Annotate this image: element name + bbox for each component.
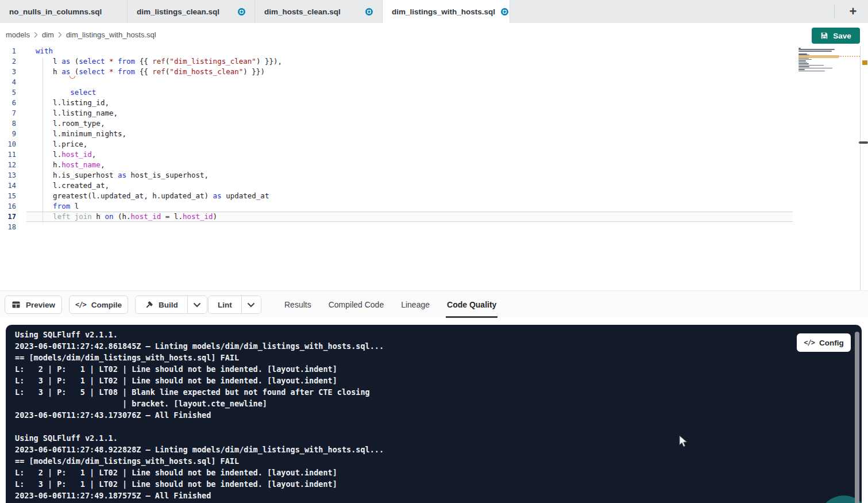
panel-tab-code-quality[interactable]: Code Quality [447,291,496,318]
minimap-line [798,68,832,69]
code-line[interactable]: 11 l.host_id, [0,149,868,160]
tab-bar-divider [834,4,835,19]
code-line[interactable]: 9 l.minimum_nights, [0,129,868,139]
line-number: 11 [0,149,26,160]
minimap-line [798,63,809,64]
panel-tabs: ResultsCompiled CodeLineageCode Quality [284,291,496,318]
minimap-highlight-extension [839,56,860,57]
line-number: 5 [0,87,26,98]
line-number: 9 [0,129,26,139]
save-button[interactable]: Save [812,28,860,44]
file-tab[interactable]: dim_listings_with_hosts.sql [383,0,510,23]
lint-button[interactable]: Lint [209,296,241,313]
unsaved-changes-icon [365,8,373,16]
file-tab-label: dim_listings_clean.sql [137,7,219,16]
code-line[interactable]: 15 greatest(l.updated_at, h.updated_at) … [0,191,868,201]
code-icon: </> [75,301,86,309]
panel-tab-compiled-code[interactable]: Compiled Code [329,291,384,318]
build-button[interactable]: Build [136,296,187,313]
save-icon [820,32,828,40]
unsaved-changes-icon [238,8,245,16]
config-button[interactable]: </> Config [797,333,851,352]
code-line[interactable]: 12 h.host_name, [0,160,868,170]
lint-warning-marker[interactable] [862,60,867,65]
code-text: h as (select * from {{ ref("dim_hosts_cl… [26,67,868,77]
minimap-line [798,62,807,63]
code-line[interactable]: 16 from l [0,201,868,212]
code-lines: 1with2 l as (select * from {{ ref("dim_l… [0,46,868,232]
lint-dropdown-button[interactable] [241,296,261,313]
code-line[interactable]: 13 h.is_superhost as host_is_superhost, [0,170,868,181]
panel-tab-lineage[interactable]: Lineage [401,291,430,318]
scroll-annotation-gutter[interactable] [860,46,868,290]
panel-tab-results[interactable]: Results [284,291,311,318]
code-line[interactable]: 1with [0,46,868,56]
code-line[interactable]: 5 select [0,87,868,98]
minimap-line [798,71,825,72]
code-line[interactable]: 2 l as (select * from {{ ref("dim_listin… [0,56,868,67]
code-line[interactable]: 17 left join h on (h.host_id = l.host_id… [0,212,868,222]
build-dropdown-button[interactable] [187,296,207,313]
minimap-line [798,66,809,67]
preview-button[interactable]: Preview [5,295,62,314]
code-line[interactable]: 18 [0,222,868,232]
hammer-icon [145,301,153,309]
editor-toolbar: Preview </> Compile Build Lint [0,290,868,318]
line-number: 4 [0,77,26,87]
terminal-log: Using SQLFluff v2.1.1.2023-06-06T11:27:4… [15,329,384,501]
breadcrumb: models dim dim_listings_with_hosts.sql [6,23,156,46]
minimap-line [798,49,835,50]
code-text [26,77,868,87]
code-text: l.room_type, [26,118,868,129]
line-number: 16 [0,201,26,212]
line-number: 8 [0,118,26,129]
chevron-right-icon [34,32,38,38]
mouse-cursor-icon [679,435,688,448]
code-editor[interactable]: 1with2 l as (select * from {{ ref("dim_l… [0,46,868,290]
code-line[interactable]: 10 l.price, [0,139,868,149]
line-number: 18 [0,222,26,232]
code-line[interactable]: 3 h as (select * from {{ ref("dim_hosts_… [0,67,868,77]
new-tab-button[interactable]: + [845,3,861,20]
code-text: l as (select * from {{ ref("dim_listings… [26,56,868,67]
line-number: 1 [0,46,26,56]
terminal-scrollbar[interactable] [855,332,859,503]
minimap[interactable] [798,48,838,74]
code-text: l.host_id, [26,149,868,160]
chevron-down-icon [193,302,201,308]
line-number: 17 [0,212,26,222]
code-text [26,222,868,232]
line-number: 6 [0,98,26,108]
build-split-button: Build [135,295,207,314]
minimap-line [798,60,806,62]
code-text: left join h on (h.host_id = l.host_id) [26,212,793,222]
file-tab[interactable]: dim_hosts_clean.sql [255,0,383,23]
save-button-label: Save [833,32,851,40]
code-line[interactable]: 6 l.listing_id, [0,98,868,108]
line-number: 12 [0,160,26,170]
code-line[interactable]: 7 l.listing_name, [0,108,868,118]
chevron-down-icon [247,302,255,308]
compile-button[interactable]: </> Compile [69,295,128,314]
code-text: h.is_superhost as host_is_superhost, [26,170,868,181]
minimap-line [798,48,801,49]
code-line[interactable]: 8 l.room_type, [0,118,868,129]
code-line[interactable]: 14 l.created_at, [0,181,868,191]
table-icon [11,300,21,309]
indent-guide [43,57,43,223]
build-button-label: Build [159,301,178,309]
tab-bar-spacer: + [510,0,868,23]
line-number: 14 [0,181,26,191]
line-number: 7 [0,108,26,118]
code-line[interactable]: 4 [0,77,868,87]
file-tab[interactable]: no_nulls_in_columns.sql [0,0,128,23]
file-tab[interactable]: dim_listings_clean.sql [128,0,255,23]
code-text: l.listing_name, [26,108,868,118]
editor-header: models dim dim_listings_with_hosts.sql S… [0,23,868,46]
breadcrumb-item-models: models [6,30,30,39]
file-tab-label: no_nulls_in_columns.sql [9,7,102,16]
line-number: 13 [0,170,26,181]
code-text: l.listing_id, [26,98,868,108]
minimap-highlight [798,55,839,58]
minimap-line [798,53,807,55]
